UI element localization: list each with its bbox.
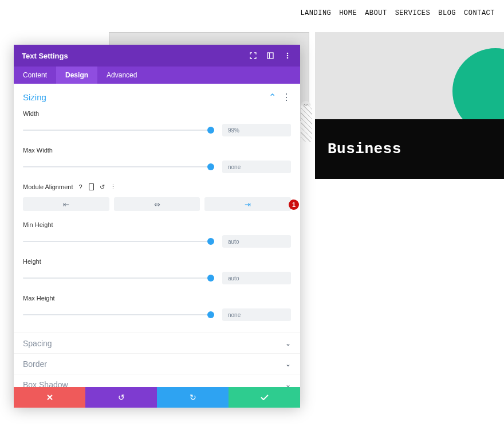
max-height-label: Max Height xyxy=(23,295,291,302)
panel-footer: ↺ ↻ xyxy=(14,387,300,408)
help-icon[interactable]: ? xyxy=(77,183,84,190)
hero-circle xyxy=(452,48,504,119)
slider-thumb[interactable] xyxy=(207,127,214,134)
tab-design[interactable]: Design xyxy=(56,67,97,84)
top-nav: LANDING HOME ABOUT SERVICES BLOG CONTACT xyxy=(300,9,495,17)
hero-top xyxy=(315,32,504,119)
chevron-down-icon: ⌄ xyxy=(285,381,291,388)
min-height-label: Min Height xyxy=(23,221,291,228)
align-right-button[interactable]: ⇥ xyxy=(204,197,291,211)
section-box-shadow[interactable]: Box Shadow⌄ xyxy=(14,374,300,387)
nav-services[interactable]: SERVICES xyxy=(395,9,431,17)
svg-rect-5 xyxy=(89,184,93,190)
max-width-label: Max Width xyxy=(23,147,291,154)
svg-point-4 xyxy=(287,57,289,59)
height-slider[interactable] xyxy=(23,274,214,282)
pattern-decor xyxy=(301,105,312,142)
align-left-button[interactable]: ⇤ xyxy=(23,197,109,211)
hero-bottom: Business xyxy=(315,119,504,179)
height-label: Height xyxy=(23,258,291,265)
width-value[interactable]: 99% xyxy=(222,124,291,136)
svg-point-3 xyxy=(287,55,289,57)
width-label: Width xyxy=(23,110,291,117)
redo-button[interactable]: ↻ xyxy=(157,387,229,408)
min-height-slider[interactable] xyxy=(23,237,214,245)
module-alignment-label: Module Alignment xyxy=(23,183,73,190)
settings-panel: Text Settings Content Design Advanced Si… xyxy=(14,45,300,408)
field-width: Width 99% xyxy=(23,107,291,143)
spacing-label: Spacing xyxy=(23,339,52,348)
save-button[interactable] xyxy=(229,387,300,408)
max-height-slider[interactable] xyxy=(23,311,214,319)
align-center-button[interactable]: ⇔ xyxy=(114,197,200,211)
tab-advanced[interactable]: Advanced xyxy=(97,67,146,84)
slider-thumb[interactable] xyxy=(207,311,214,318)
svg-rect-0 xyxy=(267,53,273,58)
nav-home[interactable]: HOME xyxy=(339,9,357,17)
max-height-value[interactable]: none xyxy=(222,308,291,321)
nav-about[interactable]: ABOUT xyxy=(365,9,387,17)
box-shadow-label: Box Shadow xyxy=(23,380,68,388)
reset-icon[interactable]: ↺ xyxy=(99,183,105,190)
tab-content[interactable]: Content xyxy=(14,67,56,84)
panel-title: Text Settings xyxy=(22,52,68,60)
svg-point-2 xyxy=(287,53,289,54)
field-max-width: Max Width none xyxy=(23,143,291,180)
nav-contact[interactable]: CONTACT xyxy=(464,9,495,17)
slider-thumb[interactable] xyxy=(207,163,214,170)
field-height: Height auto xyxy=(23,255,291,291)
chevron-up-icon[interactable]: ⌃ xyxy=(269,92,276,103)
field-more-icon[interactable]: ⋮ xyxy=(109,183,116,190)
sizing-title[interactable]: Sizing xyxy=(23,92,46,102)
cancel-button[interactable] xyxy=(14,387,85,408)
device-icon[interactable] xyxy=(88,183,94,190)
section-spacing[interactable]: Spacing⌄ xyxy=(14,333,300,353)
slider-thumb[interactable] xyxy=(207,275,214,282)
annotation-badge: 1 xyxy=(289,200,299,210)
field-module-alignment: Module Alignment ? ↺ ⋮ ⇤ ⇔ ⇥ 1 xyxy=(23,180,291,218)
hero-title: Business xyxy=(328,140,401,158)
field-max-height: Max Height none xyxy=(23,291,291,328)
nav-landing[interactable]: LANDING xyxy=(300,9,331,17)
max-width-value[interactable]: none xyxy=(222,161,291,173)
panel-header: Text Settings xyxy=(14,45,300,67)
section-sizing: Sizing ⌃ ⋮ Width 99% Max Width none xyxy=(14,84,300,333)
expand-icon[interactable] xyxy=(249,51,258,60)
section-more-icon[interactable]: ⋮ xyxy=(282,92,291,103)
undo-button[interactable]: ↺ xyxy=(85,387,157,408)
section-border[interactable]: Border⌄ xyxy=(14,353,300,374)
height-value[interactable]: auto xyxy=(222,272,291,284)
panel-tabs: Content Design Advanced xyxy=(14,67,300,84)
width-slider[interactable] xyxy=(23,126,214,134)
max-width-slider[interactable] xyxy=(23,163,214,171)
snap-icon[interactable] xyxy=(266,51,275,60)
min-height-value[interactable]: auto xyxy=(222,235,291,248)
nav-blog[interactable]: BLOG xyxy=(438,9,456,17)
slider-thumb[interactable] xyxy=(207,238,214,245)
hero-preview: Business xyxy=(315,32,504,179)
panel-body: Sizing ⌃ ⋮ Width 99% Max Width none xyxy=(14,84,300,387)
chevron-down-icon: ⌄ xyxy=(285,360,291,368)
field-min-height: Min Height auto xyxy=(23,218,291,255)
border-label: Border xyxy=(23,359,47,369)
more-icon[interactable] xyxy=(283,51,292,60)
chevron-down-icon: ⌄ xyxy=(285,339,291,347)
